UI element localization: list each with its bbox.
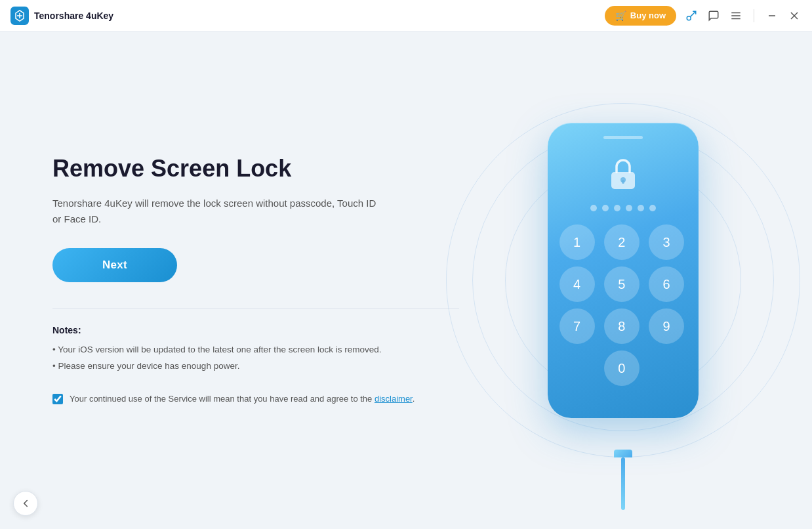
svg-point-1	[687, 16, 691, 20]
lock-icon	[605, 155, 641, 194]
chat-icon[interactable]	[706, 9, 721, 23]
pin-dot-6	[649, 205, 656, 211]
notes-item-2: • Please ensure your device has enough p…	[52, 358, 459, 374]
phone-scene: 1 2 3 4 5 6 7 8 9 0	[512, 90, 735, 471]
cable-line	[621, 457, 625, 510]
titlebar-right: 🛒 Buy now	[605, 6, 802, 26]
cart-icon: 🛒	[615, 11, 626, 21]
section-divider	[52, 308, 459, 309]
phone-cable	[614, 450, 632, 510]
key-2: 2	[604, 224, 639, 260]
page-description: Tenorshare 4uKey will remove the lock sc…	[52, 196, 380, 227]
phone-speaker	[603, 136, 643, 139]
pin-dot-1	[590, 205, 597, 211]
notes-item-1: • Your iOS version will be updated to th…	[52, 342, 459, 358]
titlebar-left: Tenorshare 4uKey	[10, 7, 113, 25]
back-button[interactable]	[13, 491, 38, 516]
key-4: 4	[559, 266, 595, 302]
main-content: Remove Screen Lock Tenorshare 4uKey will…	[0, 32, 812, 529]
key-9: 9	[649, 308, 684, 344]
cable-connector	[614, 450, 632, 457]
left-panel: Remove Screen Lock Tenorshare 4uKey will…	[52, 58, 459, 503]
notes-section: Notes: • Your iOS version will be update…	[52, 325, 459, 374]
key-5: 5	[604, 266, 639, 302]
key-0: 0	[604, 350, 639, 386]
phone-illustration: 1 2 3 4 5 6 7 8 9 0	[548, 123, 699, 418]
app-logo-icon	[10, 7, 29, 25]
titlebar-divider	[754, 9, 754, 22]
disclaimer-text: Your continued use of the Service will m…	[70, 392, 415, 406]
buy-now-button[interactable]: 🛒 Buy now	[605, 6, 676, 26]
menu-icon[interactable]	[729, 9, 743, 23]
disclaimer-suffix: .	[413, 394, 415, 404]
svg-rect-10	[622, 180, 624, 184]
pin-dot-4	[626, 205, 632, 211]
notes-title: Notes:	[52, 325, 459, 335]
app-title: Tenorshare 4uKey	[34, 11, 113, 21]
disclaimer-prefix: Your continued use of the Service will m…	[70, 394, 375, 404]
pin-dots	[590, 205, 656, 211]
pin-dot-3	[614, 205, 620, 211]
right-panel: 1 2 3 4 5 6 7 8 9 0	[485, 58, 761, 503]
close-button[interactable]	[787, 9, 802, 23]
next-button[interactable]: Next	[52, 248, 177, 282]
phone-keypad: 1 2 3 4 5 6 7 8 9 0	[559, 224, 687, 386]
buy-now-label: Buy now	[630, 11, 666, 20]
minimize-button[interactable]	[765, 9, 779, 23]
key-icon[interactable]	[684, 9, 699, 23]
page-title: Remove Screen Lock	[52, 154, 459, 182]
pin-dot-5	[638, 205, 644, 211]
key-6: 6	[649, 266, 684, 302]
key-1: 1	[559, 224, 595, 260]
key-3: 3	[649, 224, 684, 260]
disclaimer-link[interactable]: disclaimer	[375, 394, 413, 404]
key-8: 8	[604, 308, 639, 344]
pin-dot-2	[602, 205, 609, 211]
disclaimer-checkbox[interactable]	[52, 394, 63, 404]
key-7: 7	[559, 308, 595, 344]
disclaimer-section: Your continued use of the Service will m…	[52, 392, 459, 406]
titlebar: Tenorshare 4uKey 🛒 Buy now	[0, 0, 812, 32]
